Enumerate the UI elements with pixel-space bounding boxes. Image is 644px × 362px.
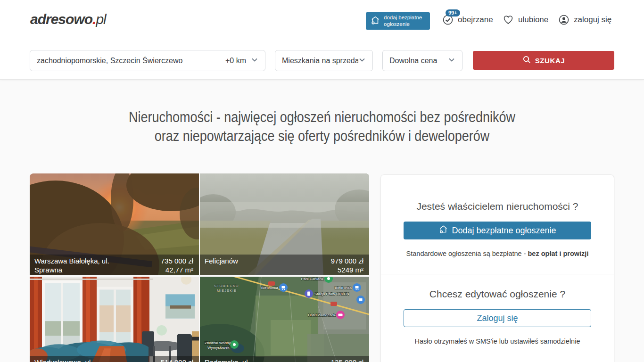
owner-note-text: Standardowe ogłoszenia są bezpłatne - [406,250,528,257]
owner-section: Jesteś właścicielem nieruchomości ? Doda… [381,175,614,257]
category-select[interactable]: Mieszkania na sprzeda [275,50,373,71]
page-title: Nieruchomości - najwięcej ogłoszeń nieru… [42,108,602,146]
edit-section: Chcesz edytować ogłoszenie ? Zaloguj się… [381,274,614,345]
page-title-line2: oraz niepowtarzające się oferty pośredni… [42,127,602,146]
house-plus-icon [370,15,380,27]
listing-location-line2: Sprawna [34,265,109,274]
listing-caption: Radomsko, ul. 135 000 zł [200,356,369,362]
listing-photo-satellite-map: STOBIECKO MIEJSKIE Park Gliniank Biedron… [200,277,369,362]
listing-caption: Władysławowo, ul. 514 000 zł [30,356,199,362]
nav-viewed-label: obejrzane [458,15,493,25]
add-free-listing-button[interactable]: Dodaj bezpłatne ogłoszenie [404,222,591,239]
map-pin-store-left-icon [279,283,288,292]
heart-icon [503,14,514,25]
map-pin-store-far-right-icon [356,296,365,304]
listing-price: 514 000 zł [161,358,193,362]
listing-location-line1: Radomsko, ul. [205,358,250,362]
listing-location-line1: Felicjanów [205,256,238,265]
chevron-down-icon [358,56,366,66]
person-circle-icon [558,14,570,25]
location-value: zachodniopomorskie, Szczecin Świerczewo [37,57,225,65]
radius-select[interactable]: +0 km [225,57,246,65]
nav-favorites[interactable]: ulubione [503,14,548,25]
add-free-listing-label: Dodaj bezpłatne ogłoszenie [452,226,556,236]
listing-price: 735 000 zł [161,256,193,265]
listing-caption: Felicjanów 979 000 zł 5249 m² [200,255,369,275]
listing-area: 5249 m² [331,265,363,274]
map-pin-fuel-icon [305,289,313,298]
search-button-label: SZUKAJ [535,57,565,65]
edit-note: Hasło otrzymałeś w SMS'ie lub ustawiłeś … [404,337,591,345]
listing-photo-apartment-interior [30,277,199,362]
map-label-water-line2: Wymysłówek [207,346,230,350]
viewed-count-badge: 99+ [446,9,460,16]
owner-panel: Jesteś właścicielem nieruchomości ? Doda… [380,174,614,362]
owner-note-bold: bez opłat i prowizji [528,250,589,257]
location-search-input[interactable]: zachodniopomorskie, Szczecin Świerczewo … [30,50,265,71]
site-logo[interactable]: adresowo.pl [30,11,106,27]
listing-location-line1: Władysławowo, ul. [34,358,92,362]
map-pin-hotel-icon [336,311,345,319]
header: adresowo.pl dodaj bezpłatne ogłoszenie 9… [0,0,644,80]
listing-card[interactable]: Władysławowo, ul. 514 000 zł [30,277,199,362]
map-label-hotel: Hotel Zameczek [308,313,336,317]
owner-note: Standardowe ogłoszenia są bezpłatne - be… [404,250,591,257]
logo-text-tld: pl [96,11,106,27]
chevron-down-icon [448,56,455,66]
map-label-district-line1: STOBIECKO [214,284,239,288]
listing-price: 135 000 zł [331,358,363,362]
nav-favorites-label: ulubione [518,15,548,25]
nav-login-label: zaloguj się [574,15,611,25]
featured-listings-grid: Warszawa Białołęka, ul. Sprawna 735 000 … [30,173,369,362]
edit-section-title: Chcesz edytować ogłoszenie ? [404,274,591,300]
nav-login[interactable]: zaloguj się [558,14,611,25]
logo-text-main: adresowo [30,11,92,27]
map-label-park: Park Gliniank [301,277,324,281]
listing-card[interactable]: Warszawa Białołęka, ul. Sprawna 735 000 … [30,173,199,275]
login-button[interactable]: Zaloguj się [404,309,591,327]
check-circle-icon: 99+ [442,14,454,25]
price-value: Dowolna cena [389,57,448,65]
listing-location-line1: Warszawa Białołęka, ul. [34,256,109,265]
map-label-fuel: Stacja Paliw ORLEN [314,292,349,296]
search-icon [522,55,531,66]
nav-viewed[interactable]: 99+ obejrzane [442,14,493,25]
map-label-water-line1: Zbiornik Wodny [205,341,231,345]
map-label-store-right: Biedronka [335,286,352,290]
add-listing-label-line2: ogłoszenie [384,21,410,27]
listing-area: 42,77 m² [161,265,193,274]
chevron-down-icon [251,56,258,66]
listing-card[interactable]: STOBIECKO MIEJSKIE Park Gliniank Biedron… [200,277,369,362]
category-value: Mieszkania na sprzeda [282,57,358,65]
listing-price: 979 000 zł [331,256,363,265]
price-select[interactable]: Dowolna cena [382,50,462,71]
map-label-district-line2: MIEJSKIE [217,288,237,293]
listing-caption: Warszawa Białołęka, ul. Sprawna 735 000 … [30,255,199,275]
add-listing-label-line1: dodaj bezpłatne [384,15,422,20]
map-pin-store-right-icon [353,283,361,292]
page-title-line1: Nieruchomości - najwięcej ogłoszeń nieru… [42,108,602,127]
add-listing-button[interactable]: dodaj bezpłatne ogłoszenie [366,12,430,30]
owner-section-title: Jesteś właścicielem nieruchomości ? [404,175,591,212]
house-plus-icon [438,224,448,237]
map-label-store-left: Biedronka [261,286,279,290]
listing-card[interactable]: Felicjanów 979 000 zł 5249 m² [200,173,369,275]
login-button-label: Zaloguj się [477,313,518,323]
search-button[interactable]: SZUKAJ [473,51,614,70]
